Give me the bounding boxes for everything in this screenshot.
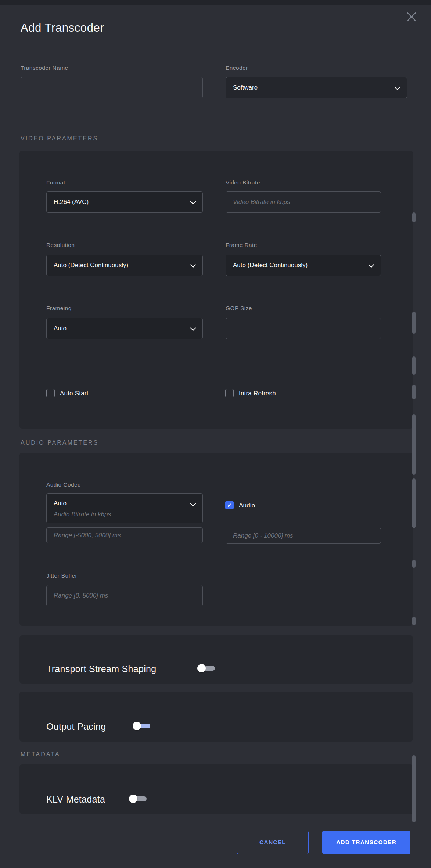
format-select[interactable]: H.264 (AVC) — [46, 191, 203, 213]
metadata-header: METADATA — [21, 751, 60, 758]
chevron-down-icon — [190, 325, 196, 331]
audio-checkbox[interactable]: ✓ — [225, 501, 234, 509]
resolution-select-value: Auto (Detect Continuously) — [54, 262, 128, 269]
close-button[interactable] — [403, 9, 420, 25]
scrollbar-thumb[interactable] — [412, 478, 416, 528]
av-offset-range-input[interactable] — [46, 527, 203, 543]
transport-stream-shaping-toggle[interactable] — [197, 664, 215, 672]
auto-start-checkbox[interactable] — [46, 389, 55, 397]
scrollbar-thumb[interactable] — [412, 414, 416, 475]
video-parameters-header: VIDEO PARAMETERS — [21, 135, 98, 142]
video-bitrate-input[interactable] — [226, 191, 381, 213]
audio-checkbox-label: Audio — [239, 502, 255, 509]
transport-stream-shaping-card — [19, 635, 413, 684]
gop-size-input[interactable] — [226, 318, 381, 339]
scrollbar-thumb[interactable] — [412, 212, 416, 222]
audio-codec-select[interactable]: Auto Audio Bitrate in kbps — [46, 493, 203, 523]
output-pacing-card — [19, 692, 413, 742]
toggle-knob — [133, 722, 141, 730]
scrollbar-thumb[interactable] — [412, 312, 416, 334]
chevron-down-icon — [190, 262, 196, 268]
scrollbar-thumb[interactable] — [412, 385, 416, 399]
frameing-label: Frameing — [46, 305, 72, 312]
gop-size-label: GOP Size — [226, 305, 252, 312]
frame-rate-select-value: Auto (Detect Continuously) — [233, 262, 308, 269]
audio-codec-select-value: Auto — [54, 500, 67, 507]
intra-refresh-label: Intra Refresh — [239, 390, 276, 397]
delay-range-input[interactable] — [226, 528, 381, 544]
page-title: Add Transcoder — [21, 21, 104, 35]
audio-bitrate-placeholder: Audio Bitrate in kbps — [54, 511, 111, 518]
transport-stream-shaping-title: Transport Stream Shaping — [46, 664, 156, 674]
klv-metadata-title: KLV Metadata — [46, 794, 105, 805]
frameing-select[interactable]: Auto — [46, 318, 203, 339]
frameing-select-value: Auto — [54, 325, 67, 332]
add-transcoder-button[interactable]: ADD TRANSCODER — [322, 831, 410, 854]
format-select-value: H.264 (AVC) — [54, 198, 89, 206]
frame-rate-label: Frame Rate — [226, 242, 257, 248]
chevron-down-icon — [190, 501, 196, 507]
encoder-label: Encoder — [226, 65, 248, 71]
chevron-down-icon — [190, 199, 196, 205]
cancel-button[interactable]: CANCEL — [237, 831, 309, 854]
scrollbar-thumb[interactable] — [412, 755, 416, 822]
video-bitrate-label: Video Bitrate — [226, 179, 260, 186]
close-icon — [405, 11, 418, 23]
scrollbar-thumb[interactable] — [412, 356, 416, 375]
klv-metadata-card — [19, 764, 413, 814]
format-label: Format — [46, 179, 65, 186]
frame-rate-select[interactable]: Auto (Detect Continuously) — [226, 255, 381, 276]
check-icon: ✓ — [227, 502, 232, 509]
chevron-down-icon — [369, 262, 374, 268]
resolution-select[interactable]: Auto (Detect Continuously) — [46, 255, 203, 276]
audio-parameters-header: AUDIO PARAMETERS — [21, 440, 98, 446]
resolution-label: Resolution — [46, 242, 75, 248]
intra-refresh-checkbox[interactable] — [225, 389, 234, 397]
jitter-buffer-input[interactable] — [46, 585, 203, 606]
output-pacing-toggle[interactable] — [133, 722, 150, 730]
output-pacing-title: Output Pacing — [46, 721, 106, 732]
transcoder-name-label: Transcoder Name — [21, 65, 68, 71]
encoder-select-value: Software — [233, 84, 258, 92]
audio-codec-label: Audio Codec — [46, 481, 80, 488]
jitter-buffer-label: Jitter Buffer — [46, 573, 77, 579]
auto-start-label: Auto Start — [60, 390, 89, 397]
chevron-down-icon — [395, 84, 401, 90]
scrollbar-thumb[interactable] — [412, 560, 416, 568]
scrollbar-thumb[interactable] — [412, 617, 416, 625]
toggle-knob — [129, 795, 137, 803]
transcoder-name-input[interactable] — [21, 77, 203, 98]
top-bar — [0, 0, 431, 5]
klv-metadata-toggle[interactable] — [129, 795, 147, 803]
encoder-select[interactable]: Software — [226, 77, 407, 98]
toggle-knob — [197, 664, 206, 672]
